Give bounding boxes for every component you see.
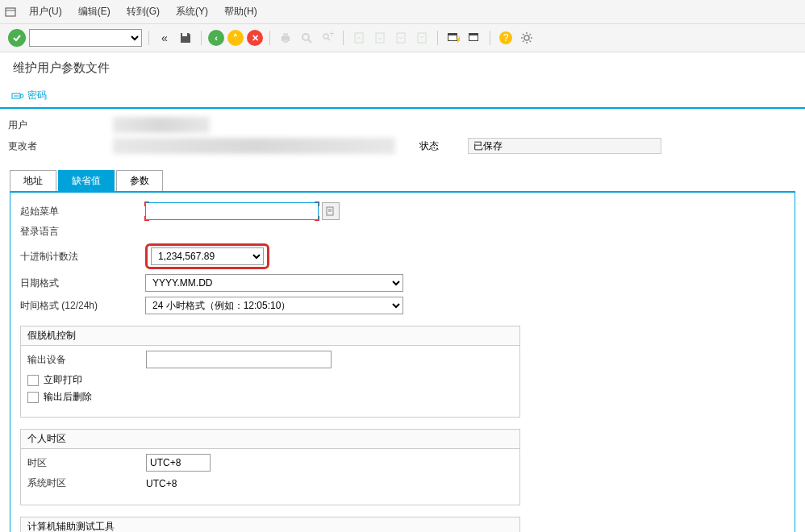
separator [269,31,270,45]
svg-point-5 [302,34,309,40]
svg-rect-18 [469,35,478,40]
page-title: 维护用户参数文件 [0,52,805,84]
separator [490,31,490,45]
main-toolbar: « ‹ ˄ ✕ + ★ ? [0,24,805,52]
start-menu-label: 起始菜单 [20,205,145,218]
time-format-select[interactable]: 24 小时格式（例如：12:05:10） [145,297,403,314]
window-icon [5,6,16,18]
svg-point-24 [20,94,23,98]
spool-control-title: 假脱机控制 [21,326,519,346]
first-page-icon [350,29,368,47]
system-timezone-label: 系统时区 [27,476,146,490]
key-icon [11,90,24,102]
print-immediately-checkbox[interactable] [27,375,39,386]
svg-point-21 [524,35,529,40]
system-timezone-value: UTC+8 [146,478,177,489]
svg-rect-12 [397,33,405,43]
print-icon [277,29,294,47]
timezone-title: 个人时区 [21,430,519,449]
header-fields: 用户 更改者 状态 已保存 [0,109,805,162]
cancel-button[interactable]: ✕ [247,30,263,46]
separator [343,31,344,45]
svg-text:+: + [329,31,334,39]
date-format-select[interactable]: YYYY.MM.DD [145,274,403,292]
search-help-button[interactable] [322,202,340,220]
output-device-label: 输出设备 [27,353,146,367]
separator [437,31,438,45]
next-page-icon [392,29,410,47]
status-label: 状态 [419,139,468,153]
accept-button[interactable] [8,29,26,47]
transaction-code-input[interactable] [29,29,142,47]
new-session-icon[interactable]: ★ [444,29,462,47]
separator [148,31,149,45]
help-icon[interactable]: ? [497,29,515,47]
svg-text:★: ★ [455,34,460,44]
svg-rect-0 [6,8,15,16]
changer-value [113,138,395,154]
timezone-group: 个人时区 时区 系统时区 UTC+8 [20,429,520,505]
output-device-input[interactable] [146,351,332,368]
date-format-label: 日期格式 [20,276,145,290]
menu-help[interactable]: 帮助(H) [216,2,265,21]
delete-after-output-checkbox[interactable] [27,392,39,403]
svg-rect-10 [355,33,363,43]
menubar: 用户(U) 编辑(E) 转到(G) 系统(Y) 帮助(H) [0,0,805,24]
tab-address[interactable]: 地址 [10,170,56,191]
catt-group: 计算机辅助测试工具 测试状态 [20,517,520,532]
tab-strip: 地址 缺省值 参数 [10,170,795,193]
tab-defaults[interactable]: 缺省值 [58,170,115,191]
save-icon[interactable] [177,29,194,47]
defaults-content: 起始菜单 登录语言 十进制计数法 1,234,567.89 日期格式 YYYY.… [10,193,795,532]
user-value [113,117,210,133]
login-language-label: 登录语言 [20,225,145,239]
app-toolbar: 密码 [0,84,805,109]
last-page-icon [413,29,431,47]
separator [201,31,202,45]
svg-text:?: ? [503,32,509,44]
time-format-label: 时间格式 (12/24h) [20,299,145,313]
menu-user[interactable]: 用户(U) [21,2,70,21]
tab-parameters[interactable]: 参数 [116,170,163,191]
start-menu-input[interactable] [145,202,319,220]
user-label: 用户 [8,118,113,132]
settings-icon[interactable] [518,29,536,47]
decimal-highlight: 1,234,567.89 [145,243,269,269]
decimal-notation-label: 十进制计数法 [20,250,145,264]
nav-back-icon[interactable]: « [156,29,173,47]
menu-system[interactable]: 系统(Y) [168,2,216,21]
password-button[interactable]: 密码 [11,89,47,102]
layout-icon[interactable] [465,29,483,47]
print-immediately-label: 立即打印 [44,373,82,387]
timezone-label: 时区 [27,456,146,470]
timezone-input[interactable] [146,454,211,472]
decimal-notation-select[interactable]: 1,234,567.89 [151,247,264,265]
svg-line-6 [308,39,311,43]
find-icon [298,29,315,47]
catt-title: 计算机辅助测试工具 [21,517,519,532]
delete-after-output-label: 输出后删除 [44,390,92,404]
status-value: 已保存 [468,138,661,154]
exit-button[interactable]: ˄ [227,30,244,46]
menu-edit[interactable]: 编辑(E) [70,2,119,21]
back-button[interactable]: ‹ [208,30,224,46]
svg-rect-4 [283,39,288,43]
password-label: 密码 [27,89,47,102]
spool-control-group: 假脱机控制 输出设备 立即打印 输出后删除 [20,326,520,418]
svg-rect-3 [283,33,288,36]
changer-label: 更改者 [8,139,113,153]
menu-goto[interactable]: 转到(G) [119,2,168,21]
find-next-icon: + [319,29,336,47]
prev-page-icon [371,29,389,47]
